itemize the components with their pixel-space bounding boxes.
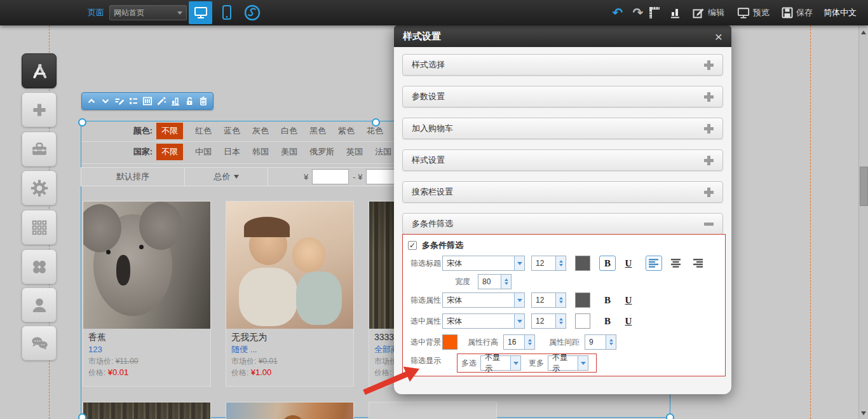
delete-button[interactable] — [198, 96, 208, 106]
params-button[interactable] — [142, 96, 153, 106]
expand-plus-icon[interactable] — [704, 188, 714, 197]
scroll-down-icon[interactable] — [861, 411, 866, 415]
preview-button[interactable]: 预览 — [737, 0, 770, 25]
spinner-arrows-icon[interactable] — [555, 256, 566, 270]
sidebar-item-toolbox[interactable] — [22, 132, 57, 167]
sidebar-item-member[interactable] — [22, 287, 57, 322]
align-left-button[interactable] — [646, 256, 662, 271]
scrollbar-thumb[interactable] — [860, 167, 868, 206]
spinner-arrows-icon[interactable] — [501, 275, 511, 289]
spinner-arrows-icon[interactable] — [555, 314, 566, 328]
product-card[interactable] — [226, 402, 354, 419]
font-size-spinner[interactable]: 12 — [531, 292, 566, 308]
move-up-button[interactable] — [86, 96, 97, 106]
font-family-select[interactable]: 宋体 — [442, 292, 525, 308]
panel-header[interactable]: 样式设置 × — [394, 25, 731, 47]
product-card[interactable]: 香蕉 123 市场价: ¥11.00 价格: ¥0.01 — [83, 201, 211, 387]
expand-plus-icon[interactable] — [704, 156, 714, 165]
expand-plus-icon[interactable] — [704, 124, 714, 134]
edit-content-button[interactable] — [114, 96, 125, 106]
section-multi-filter[interactable]: 多条件筛选 — [402, 213, 723, 235]
sidebar-item-chat[interactable] — [22, 326, 57, 361]
title-color-swatch[interactable] — [575, 256, 590, 271]
price-min-input[interactable] — [312, 169, 349, 184]
font-family-select[interactable]: 宋体 — [442, 256, 525, 271]
product-card[interactable]: 无我无为 随便 ... 市场价: ¥0.01 价格: ¥1.00 — [226, 201, 354, 387]
filter-option[interactable]: 黑色 — [309, 125, 326, 137]
page-scrollbar[interactable] — [858, 25, 868, 419]
filter-chip-selected[interactable]: 不限 — [156, 144, 183, 160]
selection-handle-top-middle[interactable] — [372, 118, 380, 127]
ruler-button[interactable] — [647, 0, 662, 25]
filter-option[interactable]: 蓝色 — [224, 125, 240, 137]
filter-option[interactable]: 美国 — [281, 146, 297, 158]
filter-option[interactable]: 日本 — [224, 146, 240, 158]
filter-option[interactable]: 法国 — [375, 146, 391, 158]
spinner-arrows-icon[interactable] — [524, 335, 534, 349]
sort-default-tab[interactable]: 默认排序 — [81, 168, 185, 186]
spacing-spinner[interactable]: 9 — [585, 334, 616, 350]
language-switcher[interactable]: 简体中文 — [824, 0, 857, 25]
filter-option[interactable]: 俄罗斯 — [309, 146, 334, 158]
undo-button[interactable]: ↶ — [609, 0, 627, 25]
filter-option[interactable]: 红色 — [195, 125, 212, 137]
move-down-button[interactable] — [100, 96, 111, 106]
page-select[interactable]: 网站首页 — [109, 5, 187, 20]
sidebar-item-add[interactable] — [22, 92, 57, 127]
selected-color-swatch[interactable] — [575, 313, 590, 329]
style-wand-button[interactable] — [156, 96, 166, 106]
stats-button[interactable] — [667, 0, 684, 25]
product-link[interactable]: 随便 ... — [231, 343, 348, 355]
lock-button[interactable] — [184, 96, 194, 106]
filter-option[interactable]: 灰色 — [252, 125, 269, 137]
close-icon[interactable]: × — [715, 30, 722, 43]
font-size-spinner[interactable]: 12 — [531, 313, 566, 329]
redo-button[interactable]: ↷ — [629, 0, 647, 25]
filter-option[interactable]: 花色 — [367, 125, 383, 137]
attr-color-swatch[interactable] — [575, 292, 590, 308]
section-style-settings[interactable]: 样式设置 — [402, 149, 723, 171]
align-center-button[interactable] — [668, 256, 684, 271]
align-right-button[interactable] — [690, 256, 707, 271]
filter-option[interactable]: 白色 — [281, 125, 297, 137]
desktop-view-button[interactable] — [189, 1, 212, 24]
section-add-to-cart[interactable]: 加入购物车 — [402, 118, 723, 139]
data-button[interactable] — [170, 96, 180, 106]
save-button[interactable]: 保存 — [782, 0, 813, 25]
link-mode-button[interactable] — [241, 1, 264, 24]
spinner-arrows-icon[interactable] — [606, 335, 616, 349]
product-link[interactable]: 123 — [88, 343, 205, 355]
underline-button[interactable]: U — [620, 256, 637, 271]
section-params[interactable]: 参数设置 — [402, 86, 723, 107]
filter-option[interactable]: 韩国 — [252, 146, 269, 158]
line-height-spinner[interactable]: 16 — [503, 334, 535, 350]
underline-button[interactable]: U — [620, 292, 637, 308]
sort-price-tab[interactable]: 总价 — [185, 168, 268, 186]
sidebar-item-settings[interactable] — [22, 170, 57, 205]
selection-handle-top-left[interactable] — [78, 118, 86, 127]
underline-button[interactable]: U — [620, 313, 637, 329]
width-spinner[interactable]: 80 — [478, 274, 512, 289]
selection-handle-bottom-left[interactable] — [78, 413, 86, 419]
more-dropdown[interactable]: 不显示 — [548, 355, 588, 371]
expand-plus-icon[interactable] — [704, 60, 714, 70]
filter-option[interactable]: 紫色 — [338, 125, 355, 137]
sidebar-item-design[interactable] — [22, 53, 57, 88]
selection-handle-bottom-right[interactable] — [666, 413, 674, 419]
filter-chip-selected[interactable]: 不限 — [156, 123, 183, 139]
bg-color-swatch[interactable] — [442, 334, 458, 350]
font-family-select[interactable]: 宋体 — [442, 313, 525, 329]
sidebar-item-modules[interactable] — [22, 210, 57, 245]
product-card[interactable] — [83, 402, 211, 419]
section-style-select[interactable]: 样式选择 — [402, 54, 723, 76]
edit-button[interactable]: 编辑 — [693, 0, 724, 25]
collapse-minus-icon[interactable] — [704, 219, 714, 229]
section-search-bar[interactable]: 搜索栏设置 — [402, 181, 723, 203]
filter-option[interactable]: 中国 — [195, 146, 212, 158]
font-size-spinner[interactable]: 12 — [531, 256, 566, 271]
spinner-arrows-icon[interactable] — [555, 293, 566, 307]
bold-button[interactable]: B — [599, 256, 616, 271]
multi-select-dropdown[interactable]: 不显示 — [480, 355, 521, 371]
bold-button[interactable]: B — [599, 292, 616, 308]
scroll-up-icon[interactable] — [861, 31, 866, 34]
